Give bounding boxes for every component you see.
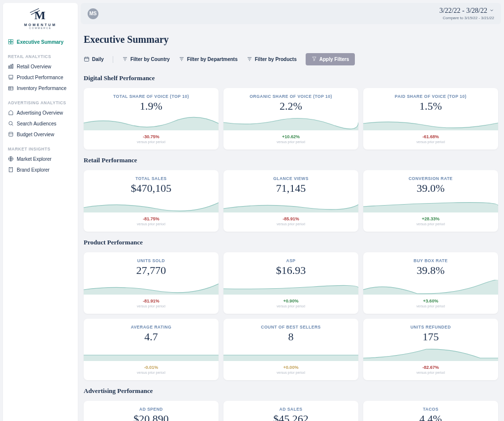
- metric-card[interactable]: AVERAGE RATING4.7-0.01%versus prior peri…: [84, 319, 219, 380]
- metric-card[interactable]: UNITS SOLD27,770-81.91%versus prior peri…: [84, 252, 219, 314]
- sparkline: [84, 346, 219, 361]
- metric-sub: versus prior period: [137, 371, 165, 374]
- sidebar-item-retail-overview[interactable]: Retail Overview: [8, 61, 73, 72]
- metric-delta: +0.00%: [284, 365, 299, 370]
- sparkline: [223, 346, 358, 361]
- nav-group-title: ADVERTISING ANALYTICS: [8, 100, 73, 105]
- metric-delta: +0.90%: [284, 299, 299, 303]
- section-title: Product Performance: [84, 239, 498, 246]
- metric-sub: versus prior period: [137, 222, 165, 226]
- sidebar-item-search-audiences[interactable]: Search Audiences: [8, 118, 73, 129]
- nav-group-title: RETAIL ANALYTICS: [8, 54, 73, 59]
- logo-mark: M: [34, 9, 47, 22]
- metric-card[interactable]: BUY BOX RATE39.8%+3.60%versus prior peri…: [363, 252, 498, 314]
- svg-point-13: [9, 121, 12, 125]
- filter-granularity[interactable]: Daily: [84, 56, 104, 63]
- metric-card[interactable]: GLANCE VIEWS71,145-85.91%versus prior pe…: [223, 170, 358, 232]
- sidebar-item-brand-explorer[interactable]: Brand Explorer: [8, 164, 73, 175]
- nav-group-title: MARKET INSIGHTS: [8, 147, 73, 151]
- metric-card[interactable]: ASP$16.93+0.90%versus prior period: [223, 252, 358, 314]
- sidebar-item-inventory-performance[interactable]: Inventory Performance: [8, 83, 73, 93]
- search-icon: [8, 120, 14, 126]
- sparkline: [363, 280, 498, 295]
- svg-rect-7: [9, 75, 13, 78]
- nav-label: Executive Summary: [17, 39, 63, 45]
- metric-card[interactable]: PAID SHARE OF VOICE (TOP 10)1.5%-61.68%v…: [363, 88, 498, 150]
- metric-value: $20,890: [133, 413, 169, 421]
- metric-delta: -81.91%: [143, 299, 159, 303]
- svg-rect-15: [9, 132, 13, 136]
- metric-sub: versus prior period: [416, 140, 445, 144]
- date-range-picker[interactable]: 3/22/22 - 3/28/22 Compare to 3/15/22 - 3…: [440, 7, 494, 20]
- metric-value: 71,145: [276, 182, 306, 195]
- brand-name: MOMENTUM: [24, 23, 57, 27]
- metric-grid: UNITS SOLD27,770-81.91%versus prior peri…: [84, 252, 498, 380]
- metric-value: 39.0%: [417, 182, 445, 195]
- sparkline: [223, 280, 358, 295]
- nav-label: Budget Overview: [17, 132, 54, 137]
- metric-card[interactable]: CONVERSION RATE39.0%+28.33%versus prior …: [363, 170, 498, 232]
- svg-marker-12: [9, 111, 13, 115]
- svg-rect-3: [11, 42, 13, 44]
- nav-label: Retail Overview: [17, 64, 51, 69]
- metric-sub: versus prior period: [137, 140, 165, 144]
- svg-marker-36: [313, 57, 316, 61]
- metric-label: UNITS REFUNDED: [410, 325, 451, 330]
- metric-card[interactable]: TOTAL SHARE OF VOICE (TOP 10)1.9%-30.75%…: [84, 88, 219, 150]
- filter-label: Filter by Country: [130, 57, 170, 62]
- filter-bar: Daily Filter by Country Filter by Depart…: [84, 53, 498, 65]
- brand-icon: [8, 167, 14, 173]
- metric-value: 8: [288, 331, 294, 343]
- metric-card[interactable]: AD SPEND$20,890-94.52%versus prior perio…: [84, 401, 219, 421]
- sparkline: [363, 346, 498, 361]
- nav-label: Product Performance: [17, 75, 63, 80]
- sparkline: [84, 116, 219, 130]
- metric-label: AVERAGE RATING: [131, 325, 172, 330]
- nav-label: Market Explorer: [17, 156, 52, 162]
- apply-filters-button[interactable]: Apply Filters: [306, 53, 355, 65]
- metric-sub: versus prior period: [137, 304, 165, 308]
- filter-products[interactable]: Filter by Products: [247, 56, 297, 63]
- metric-grid: AD SPEND$20,890-94.52%versus prior perio…: [84, 401, 498, 421]
- metric-value: $45,262: [273, 413, 309, 421]
- metric-card[interactable]: TOTAL SALES$470,105-81.75%versus prior p…: [84, 170, 219, 232]
- sidebar-item-budget-overview[interactable]: Budget Overview: [8, 129, 73, 140]
- metric-sub: versus prior period: [416, 371, 445, 374]
- metric-card[interactable]: AD SALES$45,262-93.32%versus prior perio…: [223, 401, 358, 421]
- advertising-icon: [8, 110, 14, 116]
- filter-icon: [247, 56, 252, 63]
- filter-icon: [122, 56, 128, 63]
- metric-delta: -30.75%: [143, 134, 159, 139]
- sidebar-item-advertising-overview[interactable]: Advertising Overview: [8, 107, 73, 118]
- svg-rect-4: [9, 66, 10, 68]
- sparkline: [363, 198, 498, 212]
- metric-value: 39.8%: [417, 264, 445, 277]
- sidebar-item-executive-summary[interactable]: Executive Summary: [8, 36, 73, 47]
- metric-value: 27,770: [136, 264, 166, 277]
- topbar: MS 3/22/22 - 3/28/22 Compare to 3/15/22 …: [81, 3, 501, 24]
- sidebar-item-market-explorer[interactable]: Market Explorer: [8, 153, 73, 164]
- metric-label: UNITS SOLD: [137, 258, 165, 263]
- sidebar-item-product-performance[interactable]: Product Performance: [8, 72, 73, 83]
- filter-label: Filter by Departments: [187, 57, 238, 62]
- metric-sub: versus prior period: [416, 304, 445, 308]
- sparkline: [223, 198, 358, 212]
- filter-country[interactable]: Filter by Country: [122, 56, 170, 63]
- filter-departments[interactable]: Filter by Departments: [179, 56, 238, 63]
- metric-card[interactable]: COUNT OF BEST SELLERS8+0.00%versus prior…: [223, 319, 358, 380]
- svg-rect-2: [9, 42, 11, 44]
- metric-card[interactable]: TACOS4.4%-70.00%versus prior period: [363, 401, 498, 421]
- svg-line-14: [12, 124, 13, 126]
- metric-value: $16.93: [276, 264, 306, 277]
- sparkline: [84, 280, 219, 295]
- svg-rect-1: [11, 40, 13, 42]
- metric-grid: TOTAL SALES$470,105-81.75%versus prior p…: [84, 170, 498, 232]
- metric-card[interactable]: ORGANIC SHARE OF VOICE (TOP 10)2.2%+10.6…: [223, 88, 358, 150]
- avatar[interactable]: MS: [88, 8, 98, 19]
- brand-logo: M MOMENTUM COMMERCE: [8, 9, 73, 30]
- metric-card[interactable]: UNITS REFUNDED175-82.67%versus prior per…: [363, 319, 498, 380]
- metric-sub: versus prior period: [277, 140, 305, 144]
- metric-value: 4.7: [144, 331, 158, 343]
- svg-rect-9: [9, 87, 13, 90]
- nav-label: Inventory Performance: [17, 86, 66, 91]
